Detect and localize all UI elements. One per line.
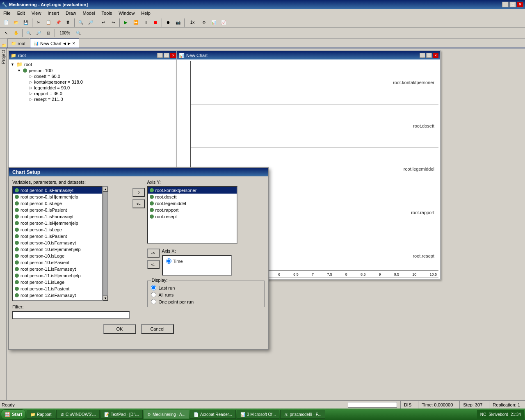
var-item-2[interactable]: root.person-0.isLege xyxy=(13,200,102,207)
tree-dosett[interactable]: ▷ dosett = 60.0 xyxy=(24,73,176,79)
tb2-zoom-out[interactable]: 🔎 xyxy=(34,29,43,38)
var-item-14[interactable]: root.person-11.isLege xyxy=(13,279,102,285)
tb-more2[interactable]: 📊 xyxy=(209,18,218,27)
var-item-0[interactable]: root.person-0.isFarmasøyt xyxy=(13,187,102,194)
menu-insert[interactable]: Insert xyxy=(45,10,62,16)
axis-y-item-0[interactable]: root.kontaktpersoner xyxy=(148,187,237,194)
tb-more1[interactable]: ⚙ xyxy=(199,18,208,27)
tree-expand-root[interactable]: ▼ xyxy=(11,62,15,66)
tb-stop[interactable]: ⏹ xyxy=(151,18,160,27)
root-win-minimize[interactable]: _ xyxy=(157,53,163,58)
display-all-runs[interactable]: All runs xyxy=(151,292,261,297)
variables-scrollbar[interactable]: ▲ ▼ xyxy=(103,186,108,301)
start-button[interactable]: 🪟 Start xyxy=(1,409,26,419)
taskbar-rapport[interactable]: 📁 Rapport xyxy=(27,410,55,419)
maximize-button[interactable]: □ xyxy=(509,2,516,7)
menu-tools[interactable]: Tools xyxy=(99,10,115,16)
axis-x-radio[interactable] xyxy=(166,258,171,264)
tb-cut[interactable]: ✂ xyxy=(34,18,43,27)
close-button[interactable]: ✕ xyxy=(517,2,523,7)
minimize-button[interactable]: _ xyxy=(502,2,509,7)
var-item-6[interactable]: root.person-1.isLege xyxy=(13,226,102,233)
tree-kontaktpersoner[interactable]: ▷ kontaktpersoner = 318.0 xyxy=(24,79,176,85)
tb-new[interactable]: 📄 xyxy=(2,18,11,27)
tb-paste[interactable]: 📌 xyxy=(54,18,63,27)
axis-y-item-1[interactable]: root.dosett xyxy=(148,194,237,200)
tb2-fit[interactable]: ⊡ xyxy=(44,29,53,38)
add-to-x-button[interactable]: -> xyxy=(147,249,160,258)
var-item-4[interactable]: root.person-1.isFarmasøyt xyxy=(13,213,102,220)
tb-search[interactable]: 🔎 xyxy=(86,18,95,27)
tab-nav-right[interactable]: ▶ xyxy=(68,41,71,46)
tree-legemiddel[interactable]: ▷ legemiddel = 90.0 xyxy=(24,85,176,91)
tb2-select[interactable]: ↖ xyxy=(2,29,11,38)
menu-model[interactable]: Model xyxy=(80,10,98,16)
root-win-maximize[interactable]: □ xyxy=(164,53,169,58)
tb-redo[interactable]: ↪ xyxy=(109,18,118,27)
ok-button[interactable]: OK xyxy=(103,324,136,334)
var-item-15[interactable]: root.person-11.isPasient xyxy=(13,285,102,292)
taskbar-textpad[interactable]: 📝 TextPad - [D:\... xyxy=(100,410,143,419)
tb-copy[interactable]: 📋 xyxy=(44,18,53,27)
var-item-13[interactable]: root.person-11.isHjemmehjelp xyxy=(13,272,102,279)
tb2-magnify[interactable]: 🔍 xyxy=(74,29,83,38)
tree-root[interactable]: ▼ 📁 root xyxy=(11,61,176,68)
var-item-7[interactable]: root.person-1.isPasient xyxy=(13,233,102,240)
axis-y-list[interactable]: root.kontaktpersoner root.dosett root.le… xyxy=(147,186,237,244)
scroll-thumb[interactable] xyxy=(103,192,108,296)
menu-edit[interactable]: Edit xyxy=(15,10,27,16)
var-item-17[interactable]: root.person-12.isHjemmehjelp xyxy=(13,299,102,301)
taskbar-prtsc[interactable]: 🖨 prtscmodel9 - P... xyxy=(280,410,325,419)
var-item-1[interactable]: root.person-0.isHjemmehjelp xyxy=(13,194,102,200)
tree-expand-person[interactable]: ▼ xyxy=(17,68,21,73)
variables-list[interactable]: root.person-0.isFarmasøyt root.person-0.… xyxy=(12,186,103,301)
tree-person[interactable]: ▼ person: 100 xyxy=(17,68,176,73)
axis-x-list[interactable]: Time xyxy=(162,255,232,276)
axis-x-item-time[interactable]: Time xyxy=(164,258,229,265)
taskbar-medisinering[interactable]: ⚙ Medisinering - A... xyxy=(144,410,189,419)
cancel-button[interactable]: Cancel xyxy=(141,324,174,334)
var-item-3[interactable]: root.person-0.isPasient xyxy=(13,207,102,213)
radio-one-point[interactable] xyxy=(151,299,156,304)
tb-snapshot[interactable]: 📷 xyxy=(173,18,183,27)
tb-save[interactable]: 💾 xyxy=(21,18,30,27)
var-item-11[interactable]: root.person-10.isPasient xyxy=(13,259,102,266)
tab-close-icon[interactable]: ✕ xyxy=(72,41,75,46)
radio-last-run[interactable] xyxy=(151,285,156,290)
tb2-zoom-in[interactable]: 🔍 xyxy=(24,29,33,38)
menu-draw[interactable]: Draw xyxy=(63,10,79,16)
tb-more3[interactable]: 📈 xyxy=(219,18,228,27)
chart-win-minimize[interactable]: _ xyxy=(420,53,425,58)
menu-view[interactable]: View xyxy=(29,10,44,16)
remove-from-y-button[interactable]: <- xyxy=(132,199,145,208)
tb2-zoom-pct[interactable]: 100% xyxy=(57,29,73,38)
tree-resept[interactable]: ▷ resept = 211.0 xyxy=(24,96,176,102)
tb2-hand[interactable]: ✋ xyxy=(11,29,21,38)
var-item-16[interactable]: root.person-12.isFarmasøyt xyxy=(13,292,102,299)
taskbar-windows[interactable]: 🖥 C:\WINDOWS\... xyxy=(56,410,100,419)
chart-win-maximize[interactable]: □ xyxy=(426,53,432,58)
var-item-5[interactable]: root.person-1.isHjemmehjelp xyxy=(13,220,102,226)
axis-y-item-2[interactable]: root.legemiddel xyxy=(148,200,237,207)
menu-help[interactable]: Help xyxy=(139,10,153,16)
display-one-point[interactable]: One point per run xyxy=(151,299,261,304)
var-item-8[interactable]: root.person-10.isFarmasøyt xyxy=(13,240,102,246)
var-item-12[interactable]: root.person-11.isFarmasøyt xyxy=(13,266,102,272)
taskbar-acrobat[interactable]: 📄 Acrobat Reader... xyxy=(190,410,236,419)
menu-window[interactable]: Window xyxy=(116,10,137,16)
scroll-up[interactable]: ▲ xyxy=(103,187,108,192)
remove-from-x-button[interactable]: <- xyxy=(147,260,160,269)
tab-root[interactable]: 📁 root xyxy=(7,39,29,48)
chart-win-close[interactable]: ✕ xyxy=(433,53,438,58)
axis-y-item-4[interactable]: root.resept xyxy=(148,213,237,220)
filter-input[interactable] xyxy=(12,311,130,319)
root-win-close[interactable]: ✕ xyxy=(170,53,176,58)
menu-file[interactable]: File xyxy=(1,10,13,16)
var-item-10[interactable]: root.person-10.isLege xyxy=(13,253,102,259)
axis-y-item-3[interactable]: root.rapport xyxy=(148,207,237,213)
tb-pause[interactable]: ⏸ xyxy=(141,18,150,27)
tb-record[interactable]: ⏺ xyxy=(164,18,173,27)
add-to-y-button[interactable]: -> xyxy=(132,188,145,197)
tb-find[interactable]: 🔍 xyxy=(76,18,85,27)
tb-delete[interactable]: 🗑 xyxy=(64,18,73,27)
